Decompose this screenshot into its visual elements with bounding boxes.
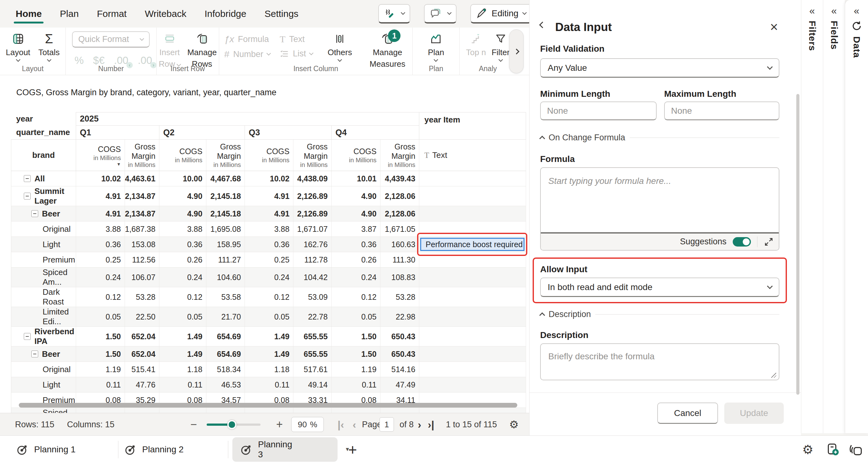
value-cell[interactable]: 0.11 <box>159 377 206 393</box>
value-cell[interactable]: 0.11 <box>76 377 125 393</box>
value-cell[interactable]: 1.49 <box>245 346 293 362</box>
menu-item-plan[interactable]: Plan <box>59 8 79 19</box>
value-cell[interactable]: 650.43 <box>380 327 419 346</box>
value-cell[interactable]: 655.55 <box>293 346 332 362</box>
measure-header-q3-gross-margin[interactable]: Gross Marginin Millions <box>293 140 332 171</box>
value-cell[interactable]: 2,134.87 <box>125 206 159 222</box>
quarter-header-q3[interactable]: Q3 <box>245 126 332 140</box>
quarter-header-q4[interactable]: Q4 <box>332 126 419 140</box>
value-cell[interactable]: 0.25 <box>245 252 293 267</box>
value-cell[interactable]: 0.36 <box>76 237 125 252</box>
value-cell[interactable]: 0.05 <box>159 307 206 327</box>
value-cell[interactable]: 3.87 <box>332 222 380 237</box>
value-cell[interactable]: 104.60 <box>206 267 245 287</box>
value-cell[interactable]: 654.69 <box>206 327 245 346</box>
value-cell[interactable]: 2,128.06 <box>380 206 419 222</box>
value-cell[interactable]: 1,687.38 <box>125 222 159 237</box>
zoom-value-input[interactable]: 90 % <box>291 417 324 432</box>
value-cell[interactable]: 4,467.68 <box>206 171 245 186</box>
value-cell[interactable]: 654.69 <box>206 346 245 362</box>
value-cell[interactable]: 650.43 <box>380 346 419 362</box>
quarter-header-q1[interactable]: Q1 <box>76 126 159 140</box>
value-cell[interactable]: 2,126.89 <box>293 186 332 206</box>
value-cell[interactable]: 1,671.07 <box>293 222 332 237</box>
value-cell[interactable]: 1.50 <box>332 346 380 362</box>
pager-last-button[interactable]: ›| <box>428 413 434 436</box>
value-cell[interactable]: 514.16 <box>380 362 419 377</box>
sheet-tab-planning-3[interactable]: Planning 3▼ <box>232 437 338 462</box>
value-cell[interactable]: 0.05 <box>332 307 380 327</box>
row-label-cell[interactable]: All <box>11 171 76 186</box>
value-cell[interactable]: 104.42 <box>293 267 332 287</box>
value-cell[interactable]: 1.50 <box>76 327 125 346</box>
measure-header-q2-cogs[interactable]: COGSin Millions <box>159 140 206 171</box>
value-cell[interactable]: 0.12 <box>332 287 380 307</box>
row-label-cell[interactable]: Light <box>11 237 76 252</box>
zoom-out-button[interactable]: − <box>190 413 197 436</box>
item-cell[interactable] <box>419 307 526 327</box>
item-type-header[interactable]: TText <box>419 140 526 171</box>
value-cell[interactable]: 515.41 <box>125 362 159 377</box>
panel-scrollbar-thumb[interactable] <box>796 94 799 395</box>
row-label-cell[interactable]: Dark Roast <box>11 287 76 307</box>
row-label-cell[interactable]: Light <box>11 377 76 393</box>
value-cell[interactable]: 10.00 <box>159 171 206 186</box>
value-cell[interactable]: 1.50 <box>76 346 125 362</box>
collapse-section-icon[interactable] <box>539 136 545 141</box>
value-cell[interactable]: 0.05 <box>245 307 293 327</box>
collapse-section-icon[interactable] <box>539 312 545 318</box>
formula-editor[interactable]: Start typing your formula here... Sugges… <box>540 167 779 251</box>
year-value-cell[interactable]: 2025 <box>76 112 419 126</box>
ribbon-scroll-right-button[interactable] <box>509 29 524 73</box>
item-cell[interactable] <box>419 206 526 222</box>
collapse-row-icon[interactable] <box>24 333 31 340</box>
value-cell[interactable]: 0.26 <box>332 252 380 267</box>
resize-handle[interactable] <box>771 373 776 378</box>
value-cell[interactable]: 111.30 <box>380 252 419 267</box>
value-cell[interactable]: 4.90 <box>332 186 380 206</box>
value-cell[interactable]: 0.12 <box>245 287 293 307</box>
pager-first-button[interactable]: |‹ <box>338 413 344 436</box>
expand-formula-icon[interactable] <box>764 237 774 247</box>
value-cell[interactable]: 0.24 <box>76 267 125 287</box>
item-cell[interactable] <box>419 362 526 377</box>
value-cell[interactable]: 1.49 <box>159 346 206 362</box>
measure-header-q4-gross-margin[interactable]: Gross Marginin Millions <box>380 140 419 171</box>
value-cell[interactable]: 47.76 <box>125 377 159 393</box>
page-number-input[interactable]: 1 <box>379 417 394 432</box>
value-cell[interactable]: 4.91 <box>245 206 293 222</box>
pager-next-button[interactable]: › <box>418 413 421 436</box>
min-length-input[interactable]: None <box>540 102 657 120</box>
row-label-cell[interactable]: Beer <box>11 346 76 362</box>
value-cell[interactable]: 22.78 <box>293 307 332 327</box>
row-label-cell[interactable]: Riverbend IPA <box>11 327 76 346</box>
update-button[interactable]: Update <box>724 403 784 424</box>
value-cell[interactable]: 112.78 <box>293 252 332 267</box>
value-cell[interactable]: 158.95 <box>206 237 245 252</box>
value-cell[interactable]: 1.19 <box>76 362 125 377</box>
value-cell[interactable]: 0.24 <box>159 267 206 287</box>
quarter-header-q2[interactable]: Q2 <box>159 126 245 140</box>
value-cell[interactable]: 0.26 <box>159 252 206 267</box>
value-cell[interactable]: 0.24 <box>332 267 380 287</box>
sheet-tab-planning-2[interactable]: Planning 2 <box>125 436 184 463</box>
pager-prev-button[interactable]: ‹ <box>352 413 356 436</box>
item-cell[interactable] <box>419 171 526 186</box>
value-cell[interactable]: 4.91 <box>76 186 125 206</box>
value-cell[interactable]: 4.91 <box>76 206 125 222</box>
value-cell[interactable]: 46.53 <box>206 377 245 393</box>
value-cell[interactable]: 21.70 <box>206 307 245 327</box>
note-cell[interactable]: Performance boost required <box>419 237 526 252</box>
value-cell[interactable]: 1.50 <box>332 327 380 346</box>
value-cell[interactable]: 1,695.08 <box>206 222 245 237</box>
field-validation-select[interactable]: Any Value <box>540 58 779 78</box>
measure-header-q4-cogs[interactable]: COGSin Millions <box>332 140 380 171</box>
value-cell[interactable]: 53.28 <box>125 287 159 307</box>
add-sheet-button[interactable] <box>826 436 840 463</box>
sheet-tab-planning-1[interactable]: Planning 1 <box>17 436 75 463</box>
value-cell[interactable]: 0.11 <box>332 377 380 393</box>
item-cell[interactable] <box>419 327 526 346</box>
value-cell[interactable]: 53.28 <box>380 287 419 307</box>
value-cell[interactable]: 111.27 <box>206 252 245 267</box>
cancel-button[interactable]: Cancel <box>657 403 718 424</box>
